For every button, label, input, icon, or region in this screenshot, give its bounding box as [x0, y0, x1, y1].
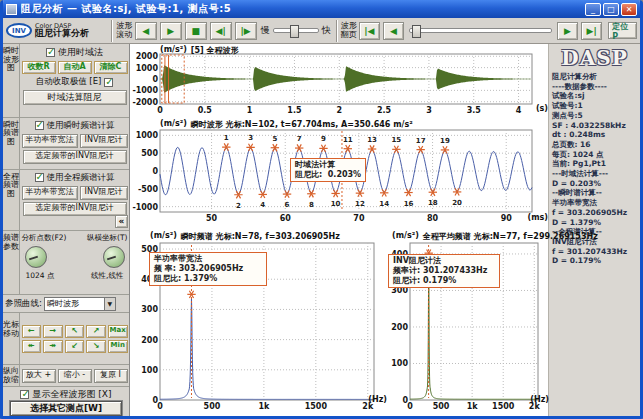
svg-text:-2000: -2000	[132, 98, 158, 107]
stop-button[interactable]: ■	[185, 22, 207, 40]
cursor-downright-button[interactable]: ↘	[86, 340, 106, 353]
cursor-left-button[interactable]: ←	[22, 325, 42, 338]
inv-damping-button-2[interactable]: INV阻尼计	[80, 186, 128, 200]
step-back-button[interactable]: ◀|	[210, 22, 232, 40]
info-line: 当前: Pg1,Pt1	[552, 159, 637, 169]
svg-text:2.5: 2.5	[377, 106, 392, 115]
auto-button[interactable]: 自动A	[58, 61, 92, 74]
checkbox-checked[interactable]	[35, 173, 44, 182]
analysis-points-knob[interactable]	[25, 246, 47, 268]
svg-text:1000: 1000	[136, 131, 159, 140]
svg-text:4: 4	[260, 201, 265, 209]
step-forward-button[interactable]: |▶	[235, 22, 257, 40]
toolbar: INV Color DASP 阻尼计算分析 波形滚动 ◀ ▶ ■ ◀| |▶ 慢…	[3, 18, 640, 44]
analysis-points-label: 分析点数(F2)	[22, 233, 67, 243]
cursor-upright-button[interactable]: ↗	[86, 325, 106, 338]
separator	[336, 20, 338, 42]
axis-scale-knob[interactable]	[103, 246, 125, 268]
dasp-logo: DASP	[552, 46, 637, 70]
svg-text:5: 5	[272, 135, 277, 143]
next-page-button[interactable]: ▶	[557, 22, 578, 40]
band-inv-damping-button[interactable]: 选定频带的INV阻尼计	[23, 150, 127, 164]
svg-text:18: 18	[428, 199, 438, 207]
maximize-button[interactable]: □	[603, 3, 619, 16]
use-instant-spectrum-checkbox-row[interactable]: 使用瞬时频谱计算	[35, 120, 115, 132]
app-window: 阻尼分析 — 试验名:sj, 试验号:1, 测点号:5 _ □ ✕ INV Co…	[0, 0, 643, 419]
collapse-panel-button[interactable]: «	[115, 215, 128, 228]
half-power-result-tooltip: 半功率带宽法频 率: 303.206905Hz阻尼比: 1.379%	[149, 252, 267, 286]
auto-extrema-checkbox-row[interactable]: 自动收取极值 [E]	[36, 76, 114, 88]
page-slider-thumb[interactable]	[412, 25, 421, 38]
info-line: SF : 4.032258kHz	[552, 121, 637, 131]
cursor-right-button[interactable]: →	[43, 325, 63, 338]
zoom-out-button[interactable]: 缩小 -	[58, 369, 92, 383]
speed-slider[interactable]	[273, 28, 319, 33]
speed-slider-thumb[interactable]	[290, 25, 299, 38]
svg-text:7: 7	[297, 135, 302, 143]
info-line: f = 303.206905Hz	[552, 208, 637, 218]
svg-text:1: 1	[224, 134, 229, 142]
svg-text:-1000: -1000	[132, 203, 158, 212]
prev-page-button[interactable]: ◀	[383, 22, 404, 40]
cursor-upleft-button[interactable]: ↖	[65, 325, 85, 338]
show-full-waveform-checkbox-row[interactable]: 显示全程波形图 [X]	[3, 387, 129, 401]
cursor-fastright-button[interactable]: ↠	[43, 340, 63, 353]
collect-button[interactable]: 收数R	[22, 61, 56, 74]
minimize-button[interactable]: _	[585, 3, 601, 16]
cursor-fastleft-button[interactable]: ↞	[22, 340, 42, 353]
use-full-spectrum-checkbox-row[interactable]: 使用全程频谱计算	[35, 172, 115, 184]
svg-text:2: 2	[236, 202, 241, 210]
chevron-down-icon[interactable]: ▼	[104, 298, 115, 310]
checkbox-checked[interactable]	[35, 121, 44, 130]
titlebar[interactable]: 阻尼分析 — 试验名:sj, 试验号:1, 测点号:5 _ □ ✕	[3, 0, 640, 18]
tooltip-line: 频率计: 301.207433Hz	[393, 266, 487, 275]
svg-text:-500: -500	[138, 185, 158, 194]
fast-label: 快	[322, 24, 331, 37]
half-power-button[interactable]: 半功率带宽法	[22, 134, 78, 148]
tooltip-line: 频 率: 303.206905Hz	[154, 264, 243, 273]
reference-curve-select[interactable]: 瞬时波形 ▼	[44, 297, 116, 311]
use-instant-spectrum-label: 使用瞬时频谱计算	[47, 120, 115, 132]
cursor-max-button[interactable]: Max	[108, 325, 128, 338]
svg-text:1k: 1k	[258, 402, 270, 411]
p4-title: 全程平均频谱 光标:N=77, f=299.269153Hz	[423, 231, 598, 242]
first-page-button[interactable]: |◀	[359, 22, 380, 40]
cursor-downleft-button[interactable]: ↙	[65, 340, 85, 353]
full-waveform-plot[interactable]: (m/s²)[5] 全程波形 (s) 00.511.522.533.54-200…	[130, 44, 548, 118]
cursor-min-button[interactable]: Min	[108, 340, 128, 353]
svg-text:1000: 1000	[136, 64, 159, 73]
page-label: 波形翻页	[341, 22, 357, 39]
svg-text:0: 0	[157, 106, 163, 115]
reference-curve-value: 瞬时波形	[47, 298, 79, 309]
instant-spectrum-plot[interactable]: (m/s²)瞬时频谱 光标:N=78, f=303.206905Hz (Hz) …	[130, 230, 386, 416]
checkbox-checked[interactable]	[46, 48, 55, 57]
half-power-button-2[interactable]: 半功率带宽法	[22, 186, 78, 200]
last-page-button[interactable]: ▶|	[581, 22, 602, 40]
separator	[111, 20, 113, 42]
locate-button[interactable]: 定位P	[608, 22, 637, 39]
full-average-spectrum-plot[interactable]: (m/s²)全程平均频谱 光标:N=77, f=299.269153Hz (Hz…	[386, 230, 548, 416]
p3-unit: (m/s²)	[150, 231, 177, 242]
time-domain-section: 瞬时波形图 使用时域法 收数R 自动A 清除C 自动收取极值 [E]	[3, 44, 129, 118]
close-button[interactable]: ✕	[621, 3, 637, 16]
tooltip-line: 阻尼计: 0.179%	[393, 276, 456, 285]
play-back-button[interactable]: ◀	[135, 22, 157, 40]
page-slider[interactable]	[409, 28, 552, 33]
band-inv-damping-button-2[interactable]: 选定频带的INV阻尼计	[23, 202, 127, 216]
inv-damping-button[interactable]: INV阻尼计	[80, 134, 128, 148]
zoom-in-button[interactable]: 放大 +	[22, 369, 56, 383]
p1-x-unit: (s)	[536, 104, 548, 113]
use-time-domain-checkbox-row[interactable]: 使用时域法	[46, 46, 103, 59]
clear-button[interactable]: 清除C	[94, 61, 128, 74]
tooltip-line: 阻尼比: 0.203%	[295, 170, 361, 179]
play-forward-button[interactable]: ▶	[160, 22, 182, 40]
checkbox-checked[interactable]	[104, 78, 113, 87]
select-other-point-button[interactable]: 选择其它测点[W]	[10, 401, 122, 416]
instant-waveform-plot[interactable]: (m/s²)瞬时波形 光标:N=102, t=67.704ms, A=350.6…	[130, 118, 548, 230]
svg-text:12: 12	[355, 200, 365, 208]
zoom-reset-button[interactable]: 复原 I	[94, 369, 128, 383]
info-line: 试验名:sj	[552, 91, 637, 101]
checkbox-checked[interactable]	[20, 390, 29, 399]
time-domain-damping-button[interactable]: 时域法算阻尼	[23, 90, 127, 105]
svg-text:0: 0	[152, 167, 158, 176]
